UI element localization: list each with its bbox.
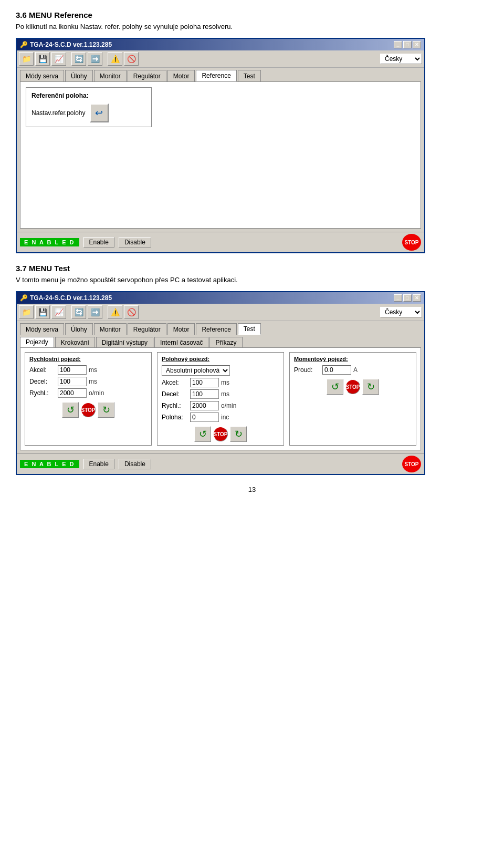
folder-btn-2[interactable]: 📁	[19, 305, 34, 319]
lang-select-1[interactable]: Česky	[380, 54, 422, 64]
momentovy-back-btn[interactable]: ↺	[327, 379, 343, 395]
subtab-pojezdy[interactable]: Pojezdy	[20, 337, 54, 347]
rychlostni-accel-label: Akcel:	[29, 366, 56, 374]
tab-monitor-1[interactable]: Monitor	[94, 70, 127, 81]
save-btn-1[interactable]: 💾	[35, 52, 50, 66]
tab-reference-1[interactable]: Reference	[196, 70, 236, 81]
chart-btn-2[interactable]: 📈	[51, 305, 66, 319]
section2-heading: 3.7 MENU Test	[16, 264, 488, 273]
polohovy-decel-input[interactable]	[190, 389, 219, 399]
polohovy-decel-unit: ms	[221, 390, 229, 398]
polohovy-back-btn[interactable]: ↺	[194, 426, 211, 442]
title-bar-2: 🔑 TGA-24-S.C.D ver.1.123.285 _ □ ✕	[17, 292, 424, 304]
tab-test-1[interactable]: Test	[238, 70, 261, 81]
section1-desc: Po kliknutí na ikonku Nastav. refer. pol…	[16, 23, 488, 30]
lang-select-2[interactable]: Česky	[380, 307, 422, 317]
rychlostni-rychl-unit: o/min	[89, 389, 104, 397]
maximize-btn-2[interactable]: □	[403, 294, 412, 302]
momentovy-actions: ↺ STOP ↻	[294, 379, 412, 395]
close-btn-2[interactable]: ✕	[413, 294, 421, 302]
tab-mody-serva-2[interactable]: Módy serva	[20, 323, 64, 335]
nastav-ref-btn[interactable]: ↩	[90, 104, 109, 122]
enabled-indicator-2: E N A B L E D	[20, 460, 79, 468]
stop-toolbar-1[interactable]: 🚫	[124, 52, 139, 66]
disable-btn-1[interactable]: Disable	[119, 237, 151, 248]
title-bar-1: 🔑 TGA-24-S.C.D ver.1.123.285 _ □ ✕	[17, 39, 424, 50]
momentovy-proud-input[interactable]	[322, 365, 351, 375]
warn-btn-2[interactable]: ⚠️	[108, 305, 122, 319]
polohovy-accel-unit: ms	[221, 379, 229, 386]
rychlostni-decel-row: Decel: ms	[29, 377, 147, 386]
polohovy-fwd-btn[interactable]: ↻	[230, 426, 247, 442]
stop-btn-2[interactable]: STOP	[402, 456, 421, 472]
title-bar-buttons-1: _ □ ✕	[394, 41, 421, 48]
polohovy-poloha-unit: inc	[221, 414, 229, 421]
polohovy-accel-input[interactable]	[190, 378, 219, 387]
warn-btn-1[interactable]: ⚠️	[108, 52, 122, 66]
rychlostni-section: Rychlostní pojezd: Akcel: ms Decel: ms R…	[25, 352, 152, 446]
subtab-krokovani[interactable]: Krokování	[55, 337, 95, 347]
rychlostni-rychl-label: Rychl.:	[29, 389, 56, 397]
arrow2-btn-1[interactable]: ➡️	[88, 52, 102, 66]
polohovy-rychl-input[interactable]	[190, 401, 219, 410]
tab-motor-1[interactable]: Motor	[167, 70, 195, 81]
polohovy-poloha-row: Poloha: inc	[162, 413, 279, 422]
momentovy-stop-btn[interactable]: STOP	[345, 379, 360, 394]
app-window-2: 🔑 TGA-24-S.C.D ver.1.123.285 _ □ ✕ 📁 💾 📈…	[16, 291, 425, 475]
polohovy-poloha-label: Poloha:	[162, 414, 188, 421]
enabled-indicator-1: E N A B L E D	[20, 238, 79, 246]
rychlostni-back-btn[interactable]: ↺	[62, 402, 79, 418]
minimize-btn-1[interactable]: _	[394, 41, 402, 48]
tab-regulator-2[interactable]: Regulátor	[128, 323, 166, 335]
momentovy-fwd-btn[interactable]: ↻	[362, 379, 379, 395]
tab-ulohy-2[interactable]: Úlohy	[65, 323, 93, 335]
test-content: Rychlostní pojezd: Akcel: ms Decel: ms R…	[20, 347, 421, 450]
lang-selector-1: Česky	[380, 54, 422, 64]
polohovy-select-row: Absolutní polohování	[162, 365, 279, 376]
chart-btn-1[interactable]: 📈	[51, 52, 66, 66]
polohovy-accel-label: Akcel:	[162, 379, 188, 386]
folder-btn-1[interactable]: 📁	[19, 52, 34, 66]
tab-motor-2[interactable]: Motor	[167, 323, 195, 335]
rychlostni-decel-input[interactable]	[58, 377, 87, 386]
rychlostni-rychl-input[interactable]	[58, 388, 87, 398]
rychlostni-accel-row: Akcel: ms	[29, 365, 147, 375]
enable-btn-1[interactable]: Enable	[83, 237, 114, 248]
stop-toolbar-2[interactable]: 🚫	[124, 305, 139, 319]
rychlostni-decel-label: Decel:	[29, 378, 56, 385]
tab-mody-serva-1[interactable]: Módy serva	[20, 70, 64, 81]
tab-regulator-1[interactable]: Regulátor	[128, 70, 166, 81]
polohovy-stop-btn[interactable]: STOP	[213, 427, 228, 441]
maximize-btn-1[interactable]: □	[403, 41, 412, 48]
subtab-casovac[interactable]: Interní časovač	[154, 337, 208, 347]
arrow1-btn-1[interactable]: 🔄	[71, 52, 86, 66]
save-btn-2[interactable]: 💾	[35, 305, 50, 319]
polohovy-section: Polohový pojezd: Absolutní polohování Ak…	[157, 352, 284, 446]
polohovy-title: Polohový pojezd:	[162, 356, 279, 362]
nastav-row: Nastav.refer.polohy ↩	[32, 104, 146, 122]
rychlostni-fwd-btn[interactable]: ↻	[98, 402, 114, 418]
enable-btn-2[interactable]: Enable	[83, 459, 114, 469]
fieldset-ref: Referenční poloha: Nastav.refer.polohy ↩	[26, 87, 152, 127]
tab-test-2[interactable]: Test	[238, 323, 261, 335]
tab-reference-2[interactable]: Reference	[196, 323, 236, 335]
polohovy-accel-row: Akcel: ms	[162, 378, 279, 387]
tab-monitor-2[interactable]: Monitor	[94, 323, 127, 335]
disable-btn-2[interactable]: Disable	[119, 459, 151, 469]
rychlostni-title: Rychlostní pojezd:	[29, 356, 147, 362]
subtab-dig-vystupy[interactable]: Digitální výstupy	[96, 337, 153, 347]
nastav-label: Nastav.refer.polohy	[32, 109, 86, 117]
rychlostni-stop-btn[interactable]: STOP	[81, 403, 96, 417]
polohovy-type-select[interactable]: Absolutní polohování	[162, 365, 230, 376]
subtab-prikazy[interactable]: Příkazy	[209, 337, 242, 347]
arrow1-btn-2[interactable]: 🔄	[71, 305, 86, 319]
polohovy-poloha-input[interactable]	[190, 413, 219, 422]
minimize-btn-2[interactable]: _	[394, 294, 402, 302]
tab-ulohy-1[interactable]: Úlohy	[65, 70, 93, 81]
stop-btn-1[interactable]: STOP	[402, 234, 421, 251]
title-bar-left-1: 🔑 TGA-24-S.C.D ver.1.123.285	[20, 41, 112, 48]
arrow2-btn-2[interactable]: ➡️	[88, 305, 102, 319]
close-btn-1[interactable]: ✕	[413, 41, 421, 48]
rychlostni-accel-input[interactable]	[58, 365, 87, 375]
polohovy-actions: ↺ STOP ↻	[162, 426, 279, 442]
